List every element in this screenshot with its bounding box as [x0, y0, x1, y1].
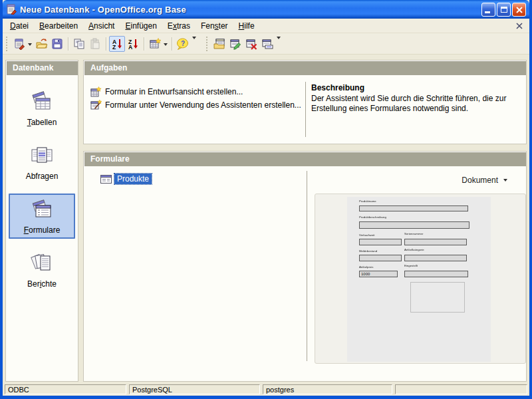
delete-form-icon[interactable] [243, 36, 259, 52]
preview-field-label: Seriennummer [404, 232, 423, 235]
forms-header: Formulare [84, 152, 526, 166]
copy-icon[interactable] [71, 36, 87, 52]
preview-field [404, 255, 467, 261]
preview-field [404, 271, 468, 277]
new-object-dropdown-icon[interactable] [164, 43, 168, 48]
task-create-form-wizard[interactable]: Formular unter Verwendung des Assistente… [90, 99, 305, 111]
maximize-icon [501, 7, 507, 13]
preview-field [359, 205, 468, 211]
preview-field-label: Verkaufszeit [359, 233, 375, 236]
save-icon[interactable] [49, 36, 65, 52]
svg-text:A: A [128, 44, 132, 50]
menu-bearbeiten[interactable]: Bearbeiten [34, 19, 83, 33]
close-button[interactable] [512, 3, 526, 17]
form-design-icon [90, 86, 102, 97]
status-db-user: postgres [263, 384, 392, 394]
edit-form-icon[interactable] [227, 36, 243, 52]
document-dropdown[interactable]: Dokument [462, 176, 507, 185]
preview-field-label: Produktname [359, 200, 376, 202]
app-icon [6, 4, 17, 15]
menu-extras[interactable]: Extras [162, 19, 196, 33]
minimize-button[interactable] [481, 3, 495, 17]
task-label: Formular in Entwurfsansicht erstellen... [105, 87, 243, 96]
task-create-form-design[interactable]: Formular in Entwurfsansicht erstellen... [90, 86, 305, 98]
preview-field-label: Produktbeschreibung [359, 215, 386, 218]
base-window: Neue Datenbank - OpenOffice.org Base Dat… [0, 0, 532, 399]
document-close-icon[interactable] [516, 23, 523, 29]
status-empty [395, 384, 527, 394]
toolbar-overflow-icon[interactable] [192, 39, 196, 51]
menu-datei[interactable]: Datei [5, 19, 34, 33]
form-preview-page: Produktname Produktbeschreibung Verkaufs… [347, 197, 491, 362]
form-item-label: Produkte [114, 174, 152, 184]
form-item-produkte[interactable]: Produkte [100, 174, 152, 184]
forms-icon [29, 198, 55, 223]
toolbar-separator [144, 37, 144, 51]
form-wizard-icon [90, 100, 102, 110]
window-title: Neue Datenbank - OpenOffice.org Base [20, 5, 481, 15]
task-label: Formular unter Verwendung des Assistente… [105, 100, 301, 110]
description-title: Beschreibung [311, 83, 519, 93]
preview-field [359, 239, 402, 245]
status-db-driver: PostgreSQL [129, 384, 260, 394]
svg-text:Z: Z [112, 44, 116, 50]
new-object-icon[interactable] [147, 36, 163, 52]
new-database-dropdown-icon[interactable] [28, 43, 32, 48]
tasks-panel: Aufgaben Formular in Entwurfsansicht ers… [83, 60, 527, 144]
form-toolbar-overflow-icon[interactable] [277, 39, 281, 51]
toolbar-separator [172, 37, 172, 51]
content-column: Aufgaben Formular in Entwurfsansicht ers… [83, 60, 527, 382]
form-preview: Produktname Produktbeschreibung Verkaufs… [315, 194, 526, 364]
sidebar-item-formulare[interactable]: Formulare [9, 194, 75, 239]
statusbar: ODBC PostgreSQL postgres [3, 383, 529, 396]
rename-form-icon[interactable] [259, 36, 275, 52]
help-icon[interactable]: ? [175, 36, 191, 52]
maximize-button[interactable] [497, 3, 511, 17]
sidebar-item-abfragen[interactable]: Abfragen [9, 140, 75, 185]
status-db-type: ODBC [5, 384, 126, 394]
paste-icon [87, 36, 103, 52]
form-toolbar-grip[interactable] [205, 37, 209, 51]
preview-field [359, 221, 469, 229]
open-form-icon[interactable] [211, 36, 227, 52]
toolbar-grip[interactable] [5, 37, 9, 51]
menu-ansicht[interactable]: Ansicht [83, 19, 120, 33]
forms-divider [307, 171, 307, 361]
preview-field-label: Eingestellt [404, 264, 418, 267]
close-icon [515, 6, 523, 14]
sidebar-item-berichte[interactable]: Berichte [9, 247, 75, 293]
main-area: Datenbank Tabellen Abfragen [3, 55, 529, 383]
database-sidebar: Datenbank Tabellen Abfragen [5, 60, 78, 382]
sort-ascending-icon[interactable]: AZ [109, 36, 125, 52]
menu-hilfe[interactable]: Hilfe [233, 19, 260, 33]
description-body: Der Assistent wird Sie durch die Schritt… [311, 94, 519, 114]
chevron-down-icon [503, 179, 507, 184]
toolbar: AZ ZA ? [3, 33, 529, 55]
new-database-icon[interactable] [11, 36, 27, 52]
sidebar-item-label: Formulare [24, 225, 61, 235]
toolbar-separator [106, 37, 106, 51]
minimize-icon [485, 11, 490, 13]
toolbar-separator [68, 37, 68, 51]
open-icon[interactable] [33, 36, 49, 52]
menu-einfuegen[interactable]: Einfügen [120, 19, 162, 33]
sidebar-item-label: Abfragen [26, 172, 59, 181]
sidebar-item-tabellen[interactable]: Tabellen [9, 86, 75, 131]
preview-field-label: Artikelkategorie [404, 248, 424, 251]
reports-icon [29, 252, 55, 277]
svg-text:?: ? [181, 39, 185, 47]
tables-icon [29, 90, 55, 116]
preview-image-box [410, 282, 465, 313]
titlebar[interactable]: Neue Datenbank - OpenOffice.org Base [3, 0, 529, 19]
forms-panel: Formulare Produkte Dokument [83, 151, 527, 382]
description-panel: Beschreibung Der Assistent wird Sie durc… [306, 75, 526, 144]
menu-fenster[interactable]: Fenster [196, 19, 233, 33]
sort-descending-icon[interactable]: ZA [125, 36, 141, 52]
sidebar-item-label: Berichte [27, 279, 57, 289]
window-controls [481, 3, 526, 17]
sidebar-header: Datenbank [6, 61, 78, 75]
queries-icon [29, 144, 55, 170]
preview-field-value: 1000 [359, 271, 398, 277]
menubar: Datei Bearbeiten Ansicht Einfügen Extras… [3, 19, 529, 33]
form-document-icon [100, 175, 112, 184]
